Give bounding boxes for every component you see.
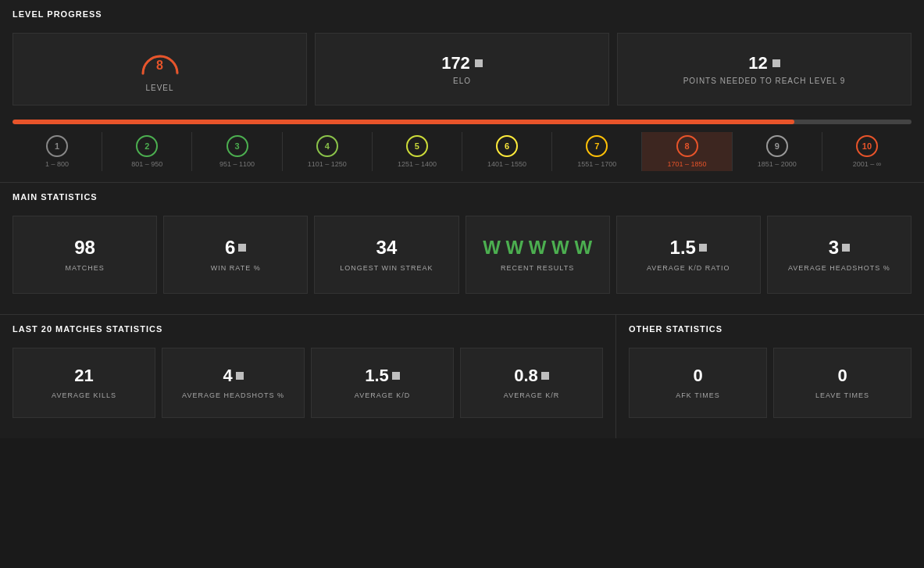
- matches-label: MATCHES: [65, 263, 104, 273]
- avg-hs-card: 4 AVERAGE HEADSHOTS %: [162, 348, 305, 418]
- stat-card-matches: 98 MATCHES: [12, 216, 157, 294]
- avg-kills-label: AVERAGE KILLS: [52, 391, 116, 401]
- stat-card-recent: W W W W W RECENT RESULTS: [466, 216, 610, 294]
- avg-hs-value: 4: [223, 366, 243, 386]
- avg-kd-value: 1.5: [365, 366, 400, 386]
- stat-card-kd: 1.5 AVERAGE K/D RATIO: [616, 216, 761, 294]
- step-range-6: 1401 – 1550: [487, 160, 526, 168]
- cursor-avg-hs: [236, 372, 244, 380]
- step-circle-5: 5: [406, 135, 428, 157]
- step-range-4: 1101 – 1250: [308, 160, 347, 168]
- afk-label: AFK TIMES: [676, 391, 719, 401]
- level-progress-section: LEVEL PROGRESS 8 LEVEL 172 ELO: [0, 0, 924, 182]
- avg-kr-value: 0.8: [514, 366, 549, 386]
- afk-value: 0: [693, 366, 702, 386]
- step-circle-3: 3: [227, 135, 248, 157]
- recent-value: W W W W W: [483, 237, 592, 259]
- last20-label: LAST 20 MATCHES STATISTICS: [0, 315, 615, 340]
- matches-value: 98: [74, 237, 95, 259]
- elo-value: 172: [441, 53, 483, 73]
- step-circle-4: 4: [316, 135, 338, 157]
- stat-card-streak: 34 LONGEST WIN STREAK: [314, 216, 458, 294]
- cursor-avg-kr: [541, 372, 549, 380]
- points-label: POINTS NEEDED TO REACH LEVEL 9: [683, 77, 846, 85]
- step-range-5: 1251 – 1400: [398, 160, 437, 168]
- step-range-8: 1701 – 1850: [667, 160, 706, 168]
- kd-label: AVERAGE K/D RATIO: [647, 263, 730, 273]
- step-circle-7: 7: [586, 135, 608, 157]
- streak-label: LONGEST WIN STREAK: [340, 263, 433, 273]
- avg-hs-label: AVERAGE HEADSHOTS %: [182, 391, 284, 401]
- level-step-10: 10 2001 – ∞: [822, 132, 912, 171]
- level-gauge-number: 8: [156, 59, 163, 73]
- winrate-label: WIN RATE %: [211, 263, 261, 273]
- level-step-2: 2 801 – 950: [102, 132, 191, 171]
- main-stats-label: MAIN STATISTICS: [0, 183, 924, 208]
- afk-card: 0 AFK TIMES: [629, 348, 767, 418]
- kd-value: 1.5: [670, 237, 707, 259]
- elo-label: ELO: [453, 77, 471, 85]
- level-label: LEVEL: [145, 84, 173, 92]
- step-circle-10: 10: [856, 135, 878, 157]
- level-step-3: 3 951 – 1100: [191, 132, 281, 171]
- level-card: 8 LEVEL: [12, 33, 307, 105]
- step-circle-6: 6: [496, 135, 518, 157]
- level-step-7: 7 1551 – 1700: [551, 132, 641, 171]
- level-step-8: 8 1701 – 1850: [641, 132, 731, 171]
- winrate-value: 6: [225, 237, 246, 259]
- level-step-9: 9 1851 – 2000: [732, 132, 822, 171]
- step-circle-9: 9: [766, 135, 788, 157]
- step-circle-8: 8: [676, 135, 698, 157]
- level-steps: 1 1 – 800 2 801 – 950 3 951 – 1100 4 110…: [0, 124, 924, 182]
- leave-card: 0 LEAVE TIMES: [773, 348, 912, 418]
- level-step-1: 1 1 – 800: [12, 132, 102, 171]
- other-stats-grid: 0 AFK TIMES 0 LEAVE TIMES: [616, 340, 924, 426]
- level-step-5: 5 1251 – 1400: [372, 132, 462, 171]
- cursor-avg-kd: [392, 372, 400, 380]
- leave-label: LEAVE TIMES: [815, 391, 869, 401]
- hs-value: 3: [829, 237, 850, 259]
- avg-kr-card: 0.8 AVERAGE K/R: [460, 348, 603, 418]
- cursor-kd: [699, 244, 707, 252]
- step-circle-2: 2: [136, 135, 158, 157]
- stat-card-hs: 3 AVERAGE HEADSHOTS %: [767, 216, 912, 294]
- other-stats-label: OTHER STATISTICS: [616, 315, 924, 340]
- avg-kills-card: 21 AVERAGE KILLS: [12, 348, 155, 418]
- step-range-10: 2001 – ∞: [853, 160, 881, 168]
- avg-kr-label: AVERAGE K/R: [504, 391, 559, 401]
- avg-kd-label: AVERAGE K/D: [355, 391, 410, 401]
- avg-kd-card: 1.5 AVERAGE K/D: [311, 348, 454, 418]
- level-progress-label: LEVEL PROGRESS: [0, 0, 924, 25]
- main-stats-section: MAIN STATISTICS 98 MATCHES 6 WIN RATE % …: [0, 183, 924, 314]
- level-gauge: 8: [137, 46, 184, 77]
- leave-value: 0: [837, 366, 847, 386]
- step-range-1: 1 – 800: [45, 160, 69, 168]
- level-progress-cards: 8 LEVEL 172 ELO 12 POINTS NEEDED TO REAC…: [0, 25, 924, 113]
- step-range-9: 1851 – 2000: [758, 160, 797, 168]
- step-circle-1: 1: [46, 135, 68, 157]
- other-stats-section: OTHER STATISTICS 0 AFK TIMES 0 LEAVE TIM…: [616, 315, 924, 438]
- last20-section: LAST 20 MATCHES STATISTICS 21 AVERAGE KI…: [0, 315, 616, 438]
- last20-stats-grid: 21 AVERAGE KILLS 4 AVERAGE HEADSHOTS % 1…: [0, 340, 615, 426]
- cursor-icon-2: [772, 59, 780, 67]
- stat-card-winrate: 6 WIN RATE %: [163, 216, 308, 294]
- bottom-section: LAST 20 MATCHES STATISTICS 21 AVERAGE KI…: [0, 315, 924, 438]
- hs-label: AVERAGE HEADSHOTS %: [788, 263, 890, 273]
- step-range-7: 1551 – 1700: [577, 160, 616, 168]
- level-step-4: 4 1101 – 1250: [282, 132, 372, 171]
- cursor-hs: [842, 244, 850, 252]
- step-range-2: 801 – 950: [131, 160, 162, 168]
- stats-grid: 98 MATCHES 6 WIN RATE % 34 LONGEST WIN S…: [0, 208, 924, 302]
- recent-label: RECENT RESULTS: [501, 263, 574, 273]
- level-step-6: 6 1401 – 1550: [462, 132, 551, 171]
- streak-value: 34: [376, 237, 398, 259]
- step-range-3: 951 – 1100: [219, 160, 255, 168]
- points-card: 12 POINTS NEEDED TO REACH LEVEL 9: [617, 33, 912, 105]
- cursor-icon: [475, 59, 483, 67]
- cursor-winrate: [238, 244, 246, 252]
- avg-kills-value: 21: [74, 366, 93, 386]
- points-value: 12: [748, 53, 780, 73]
- elo-card: 172 ELO: [315, 33, 609, 105]
